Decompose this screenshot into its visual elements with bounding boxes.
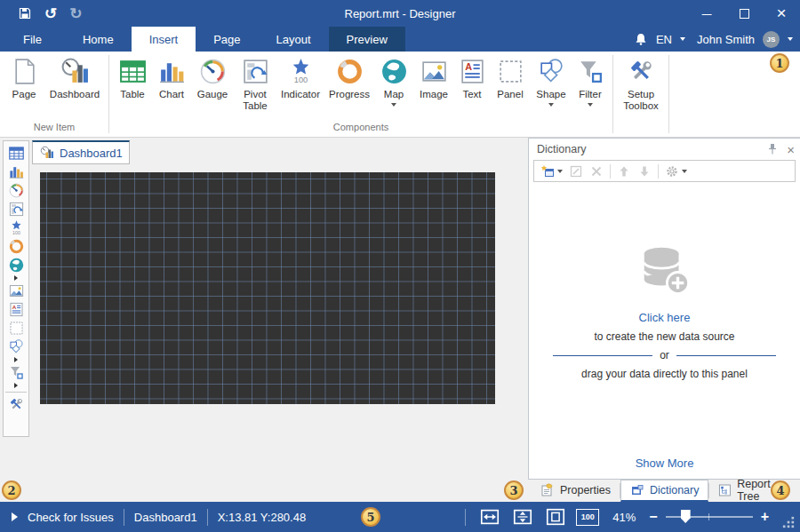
close-button[interactable]: × (763, 0, 800, 27)
ribbon-item-indicator[interactable]: Indicator (277, 54, 324, 100)
bell-icon[interactable] (634, 32, 648, 46)
ribbon-item-filter[interactable]: Filter (572, 54, 608, 107)
image-icon (8, 282, 25, 299)
toolbox-map[interactable] (5, 256, 27, 274)
check-issues-play-icon[interactable] (12, 512, 18, 521)
zoom-page-height-button[interactable] (510, 506, 535, 528)
toolbox-progress[interactable] (5, 237, 27, 256)
dictionary-close-icon[interactable]: × (787, 143, 795, 156)
tab-layout[interactable]: Layout (259, 27, 329, 52)
component-toolbox (3, 140, 29, 437)
language-selector[interactable]: EN (656, 33, 672, 46)
tab-file[interactable]: File (0, 27, 65, 52)
setup-toolbox-icon (627, 57, 656, 86)
ribbon-item-map[interactable]: Map (375, 54, 412, 107)
dashboard-canvas[interactable] (40, 172, 495, 404)
shape-dropdown-caret-icon[interactable] (548, 103, 554, 107)
toolbox-pivot-table[interactable] (5, 200, 27, 218)
ribbon-item-shape[interactable]: Shape (532, 54, 571, 107)
tab-properties[interactable]: Properties (532, 480, 620, 502)
save-icon[interactable] (18, 6, 32, 20)
ribbon-item-progress[interactable]: Progress (325, 54, 373, 100)
ribbon-group-components: Table Chart Gauge Pivot Table Indicator (109, 52, 612, 137)
status-page-name[interactable]: Dashboard1 (134, 511, 197, 524)
document-tab-dashboard1[interactable]: Dashboard1 (32, 140, 130, 164)
maximize-icon (740, 9, 749, 19)
toolbox-chart[interactable] (5, 163, 27, 181)
resize-grip-icon[interactable] (782, 516, 795, 528)
map-dropdown-caret-icon[interactable] (391, 103, 396, 107)
dictionary-icon (630, 483, 644, 497)
map-icon (8, 257, 25, 274)
ribbon-item-chart[interactable]: Chart (153, 54, 190, 100)
ribbon-item-image[interactable]: Image (414, 54, 453, 100)
delete-icon[interactable] (589, 164, 604, 179)
tab-page[interactable]: Page (196, 27, 258, 52)
undo-icon[interactable]: ↺ (44, 6, 57, 21)
check-for-issues-button[interactable]: Check for Issues (28, 511, 114, 524)
toolbox-panel[interactable] (5, 319, 27, 337)
toolbox-setup[interactable] (5, 395, 27, 414)
language-caret-icon[interactable] (680, 37, 685, 41)
show-more-link[interactable]: Show More (529, 457, 800, 470)
zoom-slider-thumb[interactable] (681, 510, 691, 523)
annotation-badge-5: 5 (361, 507, 380, 527)
gauge-icon (8, 182, 25, 199)
tab-insert[interactable]: Insert (132, 27, 196, 52)
dictionary-settings-button[interactable] (665, 164, 687, 179)
page-height-icon (512, 506, 533, 528)
pin-icon[interactable] (765, 142, 780, 156)
tab-preview[interactable]: Preview (329, 27, 405, 52)
ribbon-item-dashboard[interactable]: Dashboard (45, 54, 104, 100)
toolbox-text[interactable] (5, 300, 27, 319)
toolbox-map-expand-icon[interactable] (14, 274, 18, 282)
ribbon-group-label: Components (109, 122, 612, 137)
toolbox-gauge[interactable] (5, 181, 27, 200)
ribbon-item-gauge[interactable]: Gauge (192, 54, 233, 100)
toolbox-shape[interactable] (5, 337, 27, 356)
database-add-icon[interactable] (637, 243, 692, 298)
toolbox-shape-expand-icon[interactable] (14, 356, 18, 363)
zoom-100-button[interactable]: 100 (576, 509, 599, 526)
tab-dictionary[interactable]: Dictionary (620, 480, 709, 502)
user-caret-icon[interactable] (788, 37, 793, 41)
zoom-page-width-button[interactable] (477, 506, 502, 528)
zoom-in-button[interactable]: + (761, 509, 769, 525)
zoom-out-button[interactable]: − (649, 509, 657, 525)
annotation-badge-1: 1 (770, 53, 789, 73)
tab-home[interactable]: Home (65, 27, 132, 52)
toolbox-table[interactable] (5, 144, 27, 163)
create-data-source-text: to create the new data source (529, 330, 800, 343)
user-avatar[interactable]: JS (763, 31, 780, 48)
edit-icon[interactable] (569, 164, 583, 179)
toolbox-filter-expand-icon[interactable] (14, 382, 18, 389)
menu-bar: File Home Insert Page Layout Preview EN … (0, 27, 800, 52)
minimize-button[interactable]: ─ (688, 0, 725, 27)
toolbox-indicator[interactable] (5, 218, 27, 237)
toolbox-image[interactable] (5, 282, 27, 300)
document-tab-label: Dashboard1 (60, 147, 123, 160)
report-tree-icon (718, 483, 732, 497)
move-up-icon[interactable] (617, 164, 631, 179)
zoom-whole-page-button[interactable] (543, 506, 568, 528)
filter-dropdown-caret-icon[interactable] (588, 103, 593, 107)
new-data-source-button[interactable] (540, 164, 563, 179)
gear-icon (665, 164, 679, 179)
dictionary-panel: Dictionary × (528, 138, 800, 480)
ribbon-item-pivot-table[interactable]: Pivot Table (235, 54, 276, 112)
dictionary-empty-state: Click here to create the new data source… (529, 243, 800, 380)
toolbox-filter[interactable] (5, 363, 27, 382)
zoom-slider[interactable] (666, 516, 753, 518)
indicator-icon (8, 219, 25, 236)
ribbon-item-table[interactable]: Table (114, 54, 151, 100)
gauge-icon (198, 57, 228, 86)
maximize-button[interactable] (725, 0, 763, 27)
redo-icon[interactable]: ↻ (69, 6, 82, 21)
ribbon-item-panel[interactable]: Panel (491, 54, 530, 100)
move-down-icon[interactable] (637, 164, 652, 179)
ribbon-item-page[interactable]: Page (4, 54, 44, 100)
ribbon-item-text[interactable]: Text (455, 54, 489, 100)
click-here-link[interactable]: Click here (529, 311, 800, 324)
ribbon-item-setup-toolbox[interactable]: Setup Toolbox (618, 54, 664, 112)
user-name[interactable]: John Smith (697, 33, 755, 46)
